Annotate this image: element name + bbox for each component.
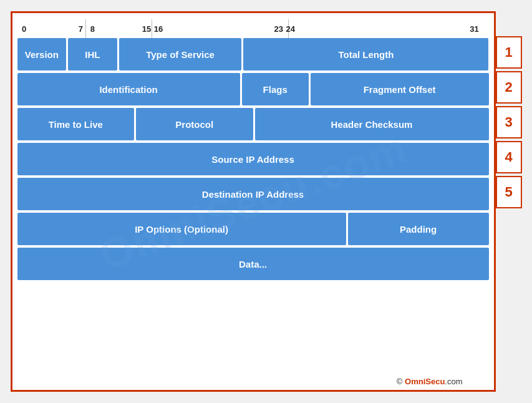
cell-flags: Flags bbox=[242, 73, 309, 105]
row-2: Identification Flags Fragment Offset bbox=[17, 73, 489, 105]
row-num-2: 2 bbox=[496, 71, 522, 104]
row-num-1: 1 bbox=[496, 36, 522, 69]
ip-field-rows: Version IHL Type of Service Total Length… bbox=[12, 38, 494, 384]
divider-1 bbox=[85, 19, 86, 38]
bit-markers-row: 0781516232431 bbox=[17, 19, 489, 38]
bit-marker-7: 7 bbox=[79, 24, 83, 34]
row-numbers: 1 2 3 4 5 bbox=[496, 11, 522, 392]
bit-marker-15: 15 bbox=[142, 24, 151, 34]
row-num-4: 4 bbox=[496, 141, 522, 173]
row-7: Data... bbox=[17, 248, 489, 280]
cell-padding: Padding bbox=[348, 213, 489, 245]
copyright: © OmniSecu.com bbox=[397, 377, 463, 386]
cell-time-to-live: Time to Live bbox=[17, 108, 135, 140]
main-table: OmniSecu.com 0781516232431 Version IHL T… bbox=[11, 11, 496, 392]
row-4: Source IP Address bbox=[17, 143, 489, 175]
cell-version: Version bbox=[17, 38, 67, 70]
row-6: IP Options (Optional) Padding bbox=[17, 213, 489, 245]
cell-type-of-service: Type of Service bbox=[119, 38, 242, 70]
bit-marker-23: 23 bbox=[274, 24, 283, 34]
cell-total-length: Total Length bbox=[243, 38, 488, 70]
cell-ip-options: IP Options (Optional) bbox=[17, 213, 346, 245]
cell-source-ip: Source IP Address bbox=[17, 143, 489, 175]
bit-marker-16: 16 bbox=[154, 24, 163, 34]
row-1: Version IHL Type of Service Total Length bbox=[17, 38, 489, 70]
bit-marker-8: 8 bbox=[90, 24, 95, 34]
cell-fragment-offset: Fragment Offset bbox=[311, 73, 489, 105]
divider-2 bbox=[152, 19, 152, 38]
bit-marker-0: 0 bbox=[22, 24, 26, 34]
row-3: Time to Live Protocol Header Checksum bbox=[17, 108, 489, 140]
brand-name: OmniSecu bbox=[405, 377, 445, 386]
cell-destination-ip: Destination IP Address bbox=[17, 178, 489, 210]
cell-ihl: IHL bbox=[68, 38, 117, 70]
bit-marker-31: 31 bbox=[470, 24, 478, 34]
cell-header-checksum: Header Checksum bbox=[255, 108, 489, 140]
cell-data: Data... bbox=[17, 248, 489, 280]
bit-marker-24: 24 bbox=[286, 24, 294, 34]
ip-header-diagram: OmniSecu.com 0781516232431 Version IHL T… bbox=[11, 11, 522, 392]
row-5: Destination IP Address bbox=[17, 178, 489, 210]
row-num-5: 5 bbox=[496, 176, 522, 208]
cell-identification: Identification bbox=[17, 73, 240, 105]
row-num-3: 3 bbox=[496, 106, 522, 138]
cell-protocol: Protocol bbox=[136, 108, 253, 140]
